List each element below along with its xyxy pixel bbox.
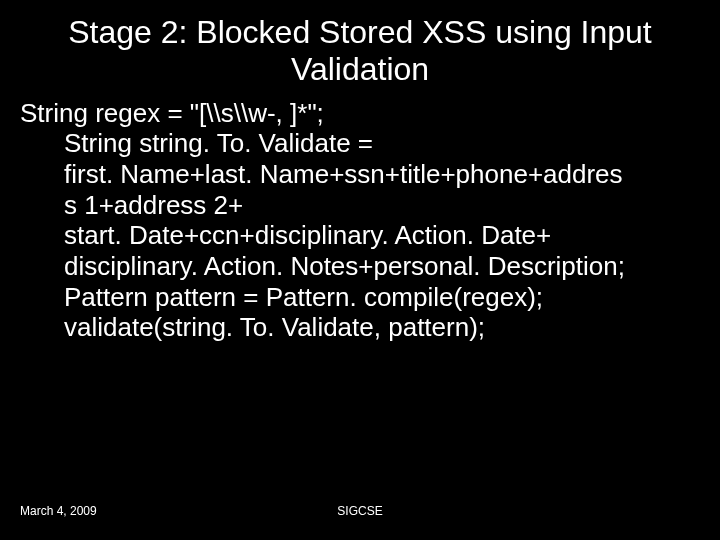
code-line: s 1+address 2+ [20,190,700,221]
footer-conference: SIGCSE [0,504,720,518]
code-line: validate(string. To. Validate, pattern); [20,312,700,343]
code-line: String regex = "[\\s\\w-, ]*"; [20,98,700,129]
code-line: start. Date+ccn+disciplinary. Action. Da… [20,220,700,251]
code-line: Pattern pattern = Pattern. compile(regex… [20,282,700,313]
title-line-2: Validation [60,51,660,88]
slide-body: String regex = "[\\s\\w-, ]*"; String st… [0,96,720,343]
slide-title: Stage 2: Blocked Stored XSS using Input … [0,0,720,96]
code-line: first. Name+last. Name+ssn+title+phone+a… [20,159,700,190]
code-line: String string. To. Validate = [20,128,700,159]
code-line: disciplinary. Action. Notes+personal. De… [20,251,700,282]
title-line-1: Stage 2: Blocked Stored XSS using Input [60,14,660,51]
slide: Stage 2: Blocked Stored XSS using Input … [0,0,720,540]
